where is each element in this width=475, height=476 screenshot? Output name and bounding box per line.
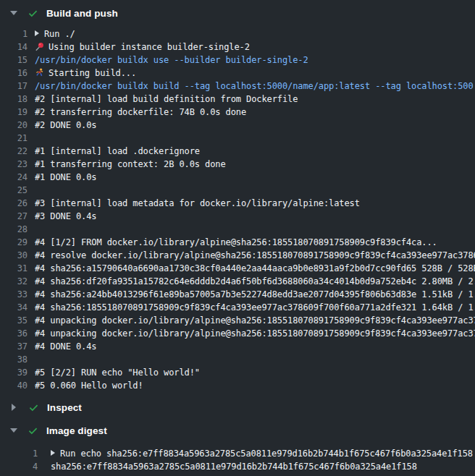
line-number[interactable]: 15 [0, 54, 28, 67]
line-number[interactable]: 1 [0, 27, 28, 41]
log-line: 29#4 [1/2] FROM docker.io/library/alpine… [0, 236, 475, 249]
log-text: #2 [internal] load build definition from… [35, 93, 298, 106]
log-line: 32#4 sha256:df20fa9351a15782c64e6dddb2d4… [0, 275, 475, 288]
log-line: 22#1 [internal] load .dockerignore [0, 145, 475, 158]
line-number[interactable]: 32 [0, 275, 28, 288]
log-text: #4 [1/2] FROM docker.io/library/alpine@s… [35, 236, 437, 249]
log-text: #3 DONE 0.4s [35, 210, 97, 223]
line-number[interactable]: 26 [0, 197, 28, 210]
chevron-down-icon[interactable] [10, 11, 17, 15]
log-line: 17/usr/bin/docker buildx build --tag loc… [0, 80, 475, 93]
line-number[interactable]: 23 [0, 158, 28, 171]
success-check-icon [28, 425, 38, 436]
log-line: 23#1 transferring context: 2B 0.0s done [0, 158, 475, 171]
line-number[interactable]: 39 [0, 366, 28, 379]
log-lines-image-digest: 1Run echo sha256:e7ff8834a5963a2785c5a08… [0, 447, 475, 473]
log-lines-build-and-push: 1Run ./14Using builder instance builder-… [0, 27, 475, 392]
log-text: #4 sha256:185518070891758909c9f839cf4ca3… [35, 301, 475, 314]
log-line: 31#4 sha256:a15790640a6690aa1730c38cf0a4… [0, 262, 475, 275]
line-number[interactable]: 35 [0, 314, 28, 327]
log-line: 38 [0, 353, 475, 366]
line-number[interactable]: 33 [0, 288, 28, 301]
log-text: #4 unpacking docker.io/library/alpine@sh… [35, 314, 475, 327]
log-line: 25 [0, 184, 475, 197]
log-text: #4 resolve docker.io/library/alpine@sha2… [35, 249, 475, 262]
line-number[interactable]: 38 [0, 353, 28, 366]
log-text: #4 sha256:a15790640a6690aa1730c38cf0a440… [35, 262, 475, 275]
log-line: 34#4 sha256:185518070891758909c9f839cf4c… [0, 301, 475, 314]
log-text: #4 DONE 0.4s [35, 340, 97, 353]
line-number[interactable]: 28 [0, 223, 28, 236]
log-text: #1 [internal] load .dockerignore [35, 145, 200, 158]
log-line: 19#2 transferring dockerfile: 74B 0.0s d… [0, 106, 475, 119]
log-line: 35#4 unpacking docker.io/library/alpine@… [0, 314, 475, 327]
log-text: #4 sha256:df20fa9351a15782c64e6dddb2d4a6… [35, 275, 475, 288]
log-line: 33#4 sha256:a24bb4013296f61e89ba57005a7b… [0, 288, 475, 301]
log-line: 26#3 [internal] load metadata for docker… [0, 197, 475, 210]
log-text-command: /usr/bin/docker buildx use --builder bui… [35, 54, 308, 67]
line-number[interactable]: 14 [0, 41, 28, 54]
line-number[interactable]: 16 [0, 67, 28, 80]
line-number[interactable]: 24 [0, 171, 28, 184]
pushpin-icon [35, 42, 44, 51]
log-text-command: /usr/bin/docker buildx build --tag local… [35, 80, 474, 93]
log-text: Run ./ [35, 27, 75, 41]
log-line: 18#2 [internal] load build definition fr… [0, 93, 475, 106]
chevron-down-icon[interactable] [10, 428, 17, 433]
log-line: 30#4 resolve docker.io/library/alpine@sh… [0, 249, 475, 262]
log-line: 16Starting build... [0, 67, 475, 80]
section-header-build-and-push[interactable]: Build and push [0, 0, 475, 26]
line-number[interactable]: 31 [0, 262, 28, 275]
line-number[interactable]: 1 [0, 447, 38, 460]
line-number[interactable]: 37 [0, 340, 28, 353]
line-number[interactable]: 40 [0, 379, 28, 392]
log-text: #2 DONE 0.0s [35, 119, 97, 132]
log-text: #5 [2/2] RUN echo "Hello world!" [35, 366, 200, 379]
log-line: 20#2 DONE 0.0s [0, 119, 475, 132]
expand-run-icon[interactable] [51, 450, 55, 456]
log-line: 28 [0, 223, 475, 236]
line-number[interactable]: 20 [0, 119, 28, 132]
log-text: #2 transferring dockerfile: 74B 0.0s don… [35, 106, 246, 119]
line-number[interactable]: 29 [0, 236, 28, 249]
chevron-right-icon[interactable] [12, 404, 16, 411]
expand-run-icon[interactable] [35, 30, 39, 36]
log-line: 14Using builder instance builder-single-… [0, 41, 475, 54]
section-header-image-digest[interactable]: Image digest [0, 419, 475, 442]
line-number[interactable]: 18 [0, 93, 28, 106]
section-header-inspect[interactable]: Inspect [0, 396, 475, 419]
line-number[interactable]: 22 [0, 145, 28, 158]
line-number[interactable]: 30 [0, 249, 28, 262]
workflow-log-viewer: Build and push 1Run ./14Using builder in… [0, 0, 475, 476]
line-number[interactable]: 34 [0, 301, 28, 314]
log-line: 37#4 DONE 0.4s [0, 340, 475, 353]
log-text: Starting build... [35, 67, 136, 80]
log-line: 24#1 DONE 0.0s [0, 171, 475, 184]
log-text: #3 [internal] load metadata for docker.i… [35, 197, 360, 210]
log-text: #1 transferring context: 2B 0.0s done [35, 158, 226, 171]
success-check-icon [28, 402, 39, 413]
line-number[interactable]: 19 [0, 106, 28, 119]
log-text: sha256:e7ff8834a5963a2785c5a0811e979d16b… [51, 460, 417, 473]
log-line: 4sha256:e7ff8834a5963a2785c5a0811e979d16… [0, 460, 475, 473]
log-text: #4 unpacking docker.io/library/alpine@sh… [35, 327, 475, 340]
section-title: Build and push [46, 8, 118, 19]
log-text: Using builder instance builder-single-2 [35, 41, 250, 54]
log-text: #5 0.060 Hello world! [35, 379, 143, 392]
success-check-icon [28, 8, 38, 19]
section-title: Image digest [46, 425, 107, 436]
line-number[interactable]: 17 [0, 80, 28, 93]
log-text: #1 DONE 0.0s [35, 171, 97, 184]
log-line: 1Run echo sha256:e7ff8834a5963a2785c5a08… [0, 447, 475, 460]
line-number[interactable]: 25 [0, 184, 28, 197]
log-line: 15/usr/bin/docker buildx use --builder b… [0, 54, 475, 67]
runner-icon [35, 68, 44, 77]
line-number[interactable]: 27 [0, 210, 28, 223]
log-text: #4 sha256:a24bb4013296f61e89ba57005a7b3e… [35, 288, 475, 301]
line-number[interactable]: 21 [0, 132, 28, 145]
log-line: 27#3 DONE 0.4s [0, 210, 475, 223]
line-number[interactable]: 36 [0, 327, 28, 340]
line-number[interactable]: 4 [0, 460, 38, 473]
section-title: Inspect [47, 402, 82, 413]
log-line: 1Run ./ [0, 27, 475, 41]
